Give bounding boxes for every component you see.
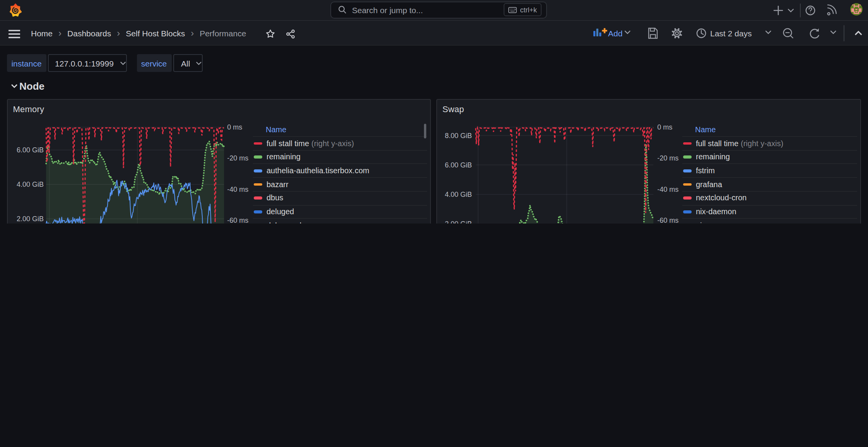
svg-text:-60 ms: -60 ms [657, 217, 678, 224]
svg-text:-60 ms: -60 ms [227, 217, 248, 224]
svg-text:6.00 GiB: 6.00 GiB [445, 161, 472, 169]
svg-text:0 ms: 0 ms [657, 123, 672, 131]
svg-text:4.00 GiB: 4.00 GiB [17, 181, 44, 188]
svg-text:-40 ms: -40 ms [657, 186, 678, 193]
svg-text:2.00 GiB: 2.00 GiB [445, 220, 472, 224]
svg-text:4.00 GiB: 4.00 GiB [445, 191, 472, 198]
svg-text:2.00 GiB: 2.00 GiB [17, 215, 44, 223]
svg-text:8.00 GiB: 8.00 GiB [445, 132, 472, 140]
svg-text:-20 ms: -20 ms [227, 154, 248, 162]
svg-text:0 ms: 0 ms [227, 123, 242, 131]
svg-text:-20 ms: -20 ms [657, 154, 678, 162]
svg-text:6.00 GiB: 6.00 GiB [17, 146, 44, 154]
svg-text:-40 ms: -40 ms [227, 186, 248, 193]
